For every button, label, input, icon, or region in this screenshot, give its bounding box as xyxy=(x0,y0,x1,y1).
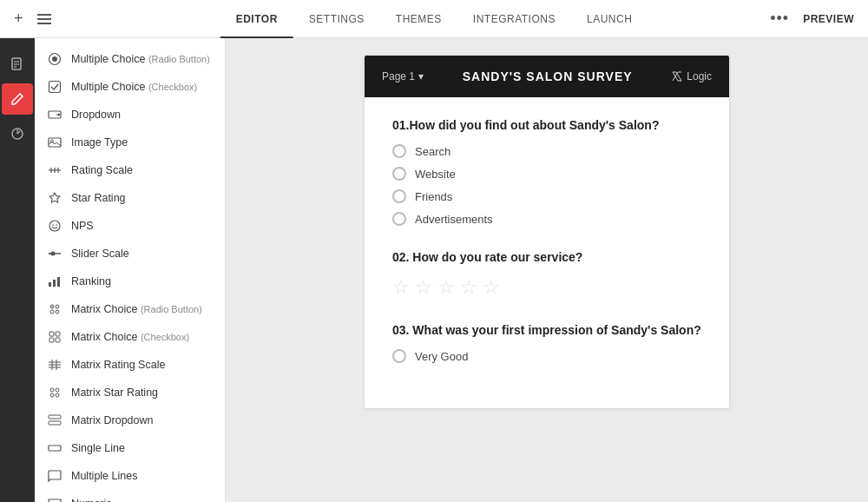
nav-left: + xyxy=(14,10,51,28)
svg-rect-7 xyxy=(49,82,61,93)
tab-launch[interactable]: LAUNCH xyxy=(571,0,648,38)
single-line-icon xyxy=(47,440,62,456)
radio-friends xyxy=(392,189,406,203)
sidebar-item-matrix-choice-radio[interactable]: Matrix Choice (Radio Button) xyxy=(35,295,225,323)
survey-title: SANDY'S SALON SURVEY xyxy=(424,69,671,83)
svg-point-40 xyxy=(56,393,59,397)
svg-point-37 xyxy=(50,388,54,392)
svg-point-6 xyxy=(52,56,57,62)
matrix-radio-icon xyxy=(47,301,62,317)
option-friends-label: Friends xyxy=(415,190,452,203)
option-website[interactable]: Website xyxy=(392,167,701,181)
svg-point-16 xyxy=(56,224,57,226)
logic-button[interactable]: Logic xyxy=(671,70,712,83)
option-friends[interactable]: Friends xyxy=(392,189,701,203)
sidebar-item-matrix-star-rating[interactable]: Matrix Star Rating xyxy=(35,379,225,406)
sidebar-item-rating-scale[interactable]: Rating Scale xyxy=(35,156,225,184)
matrix-dropdown-icon xyxy=(47,413,62,428)
sidebar-item-multiple-lines[interactable]: Multiple Lines xyxy=(35,462,225,490)
page-button[interactable]: Page 1 ▾ xyxy=(382,70,424,83)
svg-rect-21 xyxy=(53,280,56,287)
matrix-star-icon xyxy=(47,385,62,400)
radio-advertisements xyxy=(392,212,406,226)
sidebar-item-dropdown[interactable]: Dropdown xyxy=(35,101,225,129)
nav-right: ••• PREVIEW xyxy=(770,10,854,28)
slider-icon xyxy=(47,246,62,261)
star-4[interactable]: ☆ xyxy=(460,276,477,299)
option-website-label: Website xyxy=(415,168,456,181)
star-3[interactable]: ☆ xyxy=(437,276,455,299)
tab-settings[interactable]: SETTINGS xyxy=(293,0,380,38)
star-2[interactable]: ☆ xyxy=(415,276,432,299)
svg-rect-42 xyxy=(49,421,61,425)
option-very-good[interactable]: Very Good xyxy=(392,349,701,363)
option-search-label: Search xyxy=(415,145,450,158)
question-3-text: 03. What was your first impression of Sa… xyxy=(392,323,701,337)
option-advertisements-label: Advertisements xyxy=(415,213,493,226)
star-1[interactable]: ☆ xyxy=(392,276,410,299)
question-1-block: 01.How did you find out about Sandy's Sa… xyxy=(392,118,701,226)
matrix-rating-icon xyxy=(47,357,62,373)
menu-icon[interactable] xyxy=(37,14,51,24)
svg-point-25 xyxy=(56,305,59,308)
sidebar-item-nps[interactable]: NPS xyxy=(35,212,225,240)
sidebar-item-star-rating[interactable]: Star Rating xyxy=(35,184,225,212)
survey-card: Page 1 ▾ SANDY'S SALON SURVEY Logic xyxy=(365,56,729,408)
icon-bar-edit[interactable] xyxy=(2,83,33,115)
tab-integrations[interactable]: INTEGRATIONS xyxy=(457,0,571,38)
sidebar-item-numeric[interactable]: 123 Numeric xyxy=(35,490,225,502)
add-button[interactable]: + xyxy=(14,10,23,28)
sidebar: Multiple Choice (Radio Button) Multiple … xyxy=(35,38,226,502)
survey-body: 01.How did you find out about Sandy's Sa… xyxy=(365,97,729,408)
svg-rect-31 xyxy=(56,338,60,342)
svg-point-38 xyxy=(56,388,59,392)
ranking-icon xyxy=(47,274,62,289)
svg-rect-28 xyxy=(49,332,54,336)
preview-button[interactable]: PREVIEW xyxy=(803,13,854,25)
icon-bar-document[interactable] xyxy=(2,49,33,80)
star-5[interactable]: ☆ xyxy=(483,276,500,299)
sidebar-item-slider-scale[interactable]: Slider Scale xyxy=(35,240,225,268)
question-2-block: 02. How do you rate our service? ☆ ☆ ☆ ☆… xyxy=(392,250,701,299)
sidebar-item-multiple-choice-checkbox[interactable]: Multiple Choice (Checkbox) xyxy=(35,73,225,101)
sidebar-item-matrix-choice-checkbox[interactable]: Matrix Choice (Checkbox) xyxy=(35,323,225,351)
icon-bar xyxy=(0,38,35,502)
svg-point-26 xyxy=(50,310,54,314)
svg-point-15 xyxy=(52,224,54,226)
checkbox-icon xyxy=(47,79,62,95)
top-nav: + EDITOR SETTINGS THEMES INTEGRATIONS LA… xyxy=(0,0,868,38)
more-options-icon[interactable]: ••• xyxy=(770,10,789,28)
sidebar-item-image-type[interactable]: Image Type xyxy=(35,129,225,156)
sidebar-item-multiple-choice-radio[interactable]: Multiple Choice (Radio Button) xyxy=(35,45,225,73)
sidebar-item-single-line[interactable]: Single Line xyxy=(35,434,225,462)
svg-rect-30 xyxy=(49,338,54,342)
icon-bar-analytics[interactable] xyxy=(2,118,33,149)
option-very-good-label: Very Good xyxy=(415,350,468,363)
nps-icon xyxy=(47,218,62,234)
radio-button-icon xyxy=(47,51,62,67)
radio-very-good xyxy=(392,349,406,363)
svg-point-27 xyxy=(56,310,59,314)
star-rating-row[interactable]: ☆ ☆ ☆ ☆ ☆ xyxy=(392,276,701,299)
svg-rect-20 xyxy=(49,282,51,287)
nav-center: EDITOR SETTINGS THEMES INTEGRATIONS LAUN… xyxy=(220,0,648,38)
question-1-text: 01.How did you find out about Sandy's Sa… xyxy=(392,118,701,132)
tab-editor[interactable]: EDITOR xyxy=(220,0,293,38)
option-search[interactable]: Search xyxy=(392,144,701,158)
image-icon xyxy=(47,135,62,150)
svg-rect-29 xyxy=(56,332,60,336)
svg-rect-22 xyxy=(57,277,60,287)
matrix-checkbox-icon xyxy=(47,329,62,345)
option-advertisements[interactable]: Advertisements xyxy=(392,212,701,226)
question-3-block: 03. What was your first impression of Sa… xyxy=(392,323,701,363)
svg-point-18 xyxy=(51,252,56,256)
sidebar-item-matrix-dropdown[interactable]: Matrix Dropdown xyxy=(35,406,225,434)
sidebar-item-ranking[interactable]: Ranking xyxy=(35,268,225,295)
dropdown-icon xyxy=(47,107,62,122)
main-content: Page 1 ▾ SANDY'S SALON SURVEY Logic xyxy=(226,38,868,502)
sidebar-item-matrix-rating-scale[interactable]: Matrix Rating Scale xyxy=(35,351,225,379)
tab-themes[interactable]: THEMES xyxy=(380,0,457,38)
main-layout: Multiple Choice (Radio Button) Multiple … xyxy=(0,38,868,502)
radio-search xyxy=(392,144,406,158)
radio-website xyxy=(392,167,406,181)
